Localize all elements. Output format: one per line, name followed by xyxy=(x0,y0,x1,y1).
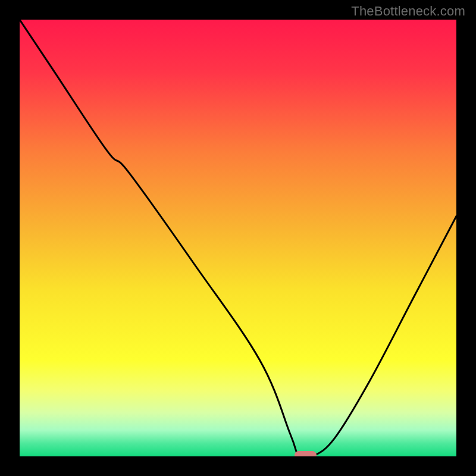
curve-path xyxy=(20,20,456,456)
watermark-text: TheBottleneck.com xyxy=(351,4,465,19)
plot-area xyxy=(20,20,456,456)
bottleneck-curve xyxy=(20,20,456,456)
chart-frame: TheBottleneck.com xyxy=(0,0,476,476)
optimal-marker xyxy=(295,451,317,456)
